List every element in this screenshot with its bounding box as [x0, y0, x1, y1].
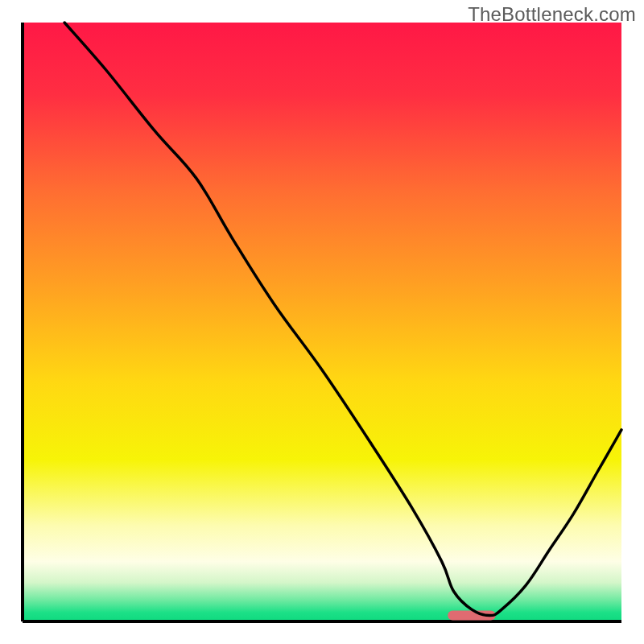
- bottleneck-plot: [0, 0, 644, 644]
- plot-background: [23, 23, 621, 621]
- chart-root: TheBottleneck.com: [0, 0, 644, 644]
